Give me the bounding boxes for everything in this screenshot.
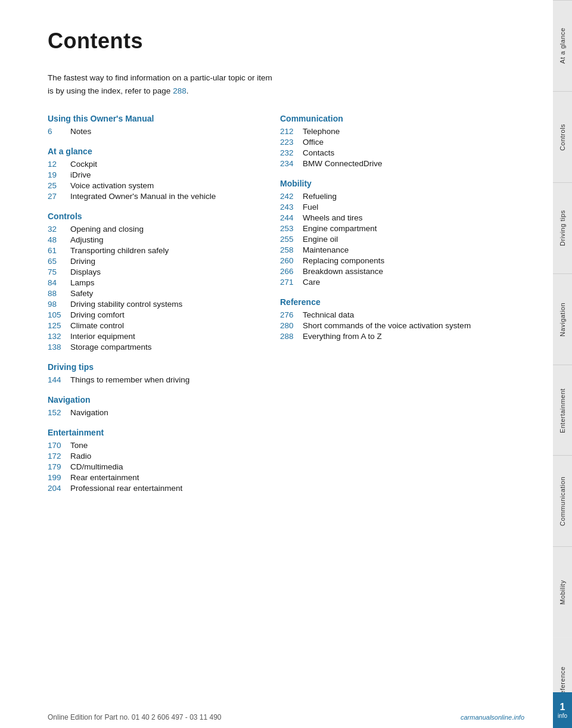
toc-page-num: 12	[48, 160, 70, 169]
toc-item[interactable]: 170Tone	[48, 441, 256, 450]
toc-item[interactable]: 19iDrive	[48, 170, 256, 179]
sidebar-tab[interactable]: Mobility	[553, 546, 572, 637]
toc-page-num: 32	[48, 225, 70, 234]
intro-link[interactable]: 288	[173, 86, 186, 95]
toc-item[interactable]: 253Engine compartment	[280, 224, 489, 233]
toc-item[interactable]: 152Navigation	[48, 408, 256, 417]
toc-item[interactable]: 212Telephone	[280, 127, 489, 136]
left-column: Using this Owner's Manual6NotesAt a glan…	[48, 114, 256, 494]
toc-item-label: Maintenance	[303, 245, 349, 254]
toc-item[interactable]: 288Everything from A to Z	[280, 332, 489, 341]
toc-item[interactable]: 65Driving	[48, 257, 256, 266]
section-heading: Reference	[280, 297, 489, 307]
footer: Online Edition for Part no. 01 40 2 606 …	[0, 707, 572, 728]
toc-page-num: 75	[48, 267, 70, 276]
toc-item[interactable]: 138Storage compartments	[48, 343, 256, 351]
toc-item[interactable]: 27Integrated Owner's Manual in the vehic…	[48, 192, 256, 201]
sidebar-tab[interactable]: Navigation	[553, 273, 572, 365]
toc-item[interactable]: 266Breakdown assistance	[280, 267, 489, 276]
toc-item[interactable]: 132Interior equipment	[48, 332, 256, 341]
toc-item-label: Navigation	[70, 408, 108, 417]
toc-item[interactable]: 242Refueling	[280, 192, 489, 201]
section-heading: Entertainment	[48, 428, 256, 437]
toc-page-num: 6	[48, 127, 70, 136]
toc-item[interactable]: 172Radio	[48, 452, 256, 461]
page-title: Contents	[48, 29, 489, 54]
toc-item[interactable]: 204Professional rear entertainment	[48, 484, 256, 493]
toc-item-label: Short commands of the voice activation s…	[303, 321, 471, 330]
toc-item[interactable]: 75Displays	[48, 267, 256, 276]
toc-item-label: Fuel	[303, 203, 318, 211]
section-heading: Navigation	[48, 395, 256, 405]
toc-item-label: Refueling	[303, 192, 337, 201]
toc-item[interactable]: 258Maintenance	[280, 245, 489, 254]
toc-page-num: 88	[48, 289, 70, 298]
toc-item[interactable]: 244Wheels and tires	[280, 213, 489, 222]
toc-page-num: 260	[280, 256, 303, 265]
toc-item-label: Lamps	[70, 278, 95, 287]
info-badge-num: 1	[560, 702, 565, 713]
toc-page-num: 212	[280, 127, 303, 136]
toc-item[interactable]: 32Opening and closing	[48, 225, 256, 234]
intro-paragraph: The fastest way to find information on a…	[48, 71, 274, 97]
intro-text-2: .	[186, 86, 189, 95]
toc-item[interactable]: 88Safety	[48, 289, 256, 298]
toc-item-label: Notes	[70, 127, 91, 136]
toc-item[interactable]: 6Notes	[48, 127, 256, 136]
toc-page-num: 258	[280, 245, 303, 254]
toc-page-num: 125	[48, 321, 70, 330]
sidebar-tab[interactable]: Communication	[553, 455, 572, 546]
toc-page-num: 170	[48, 441, 70, 450]
sidebar-tab[interactable]: Entertainment	[553, 365, 572, 456]
toc-item-label: Telephone	[303, 127, 340, 136]
toc-item[interactable]: 125Climate control	[48, 321, 256, 330]
toc-item-label: Engine oil	[303, 235, 338, 244]
toc-item[interactable]: 276Technical data	[280, 310, 489, 319]
toc-item[interactable]: 25Voice activation system	[48, 181, 256, 190]
toc-item[interactable]: 243Fuel	[280, 203, 489, 211]
toc-item-label: Everything from A to Z	[303, 332, 382, 341]
toc-page-num: 25	[48, 181, 70, 190]
sidebar-tab[interactable]: Driving tips	[553, 182, 572, 273]
toc-item[interactable]: 260Replacing components	[280, 256, 489, 265]
toc-page-num: 132	[48, 332, 70, 341]
toc-item[interactable]: 84Lamps	[48, 278, 256, 287]
toc-item[interactable]: 98Driving stability control systems	[48, 300, 256, 309]
toc-item-label: Professional rear entertainment	[70, 484, 182, 493]
toc-page-num: 105	[48, 310, 70, 319]
toc-item[interactable]: 199Rear entertainment	[48, 473, 256, 482]
toc-page-num: 253	[280, 224, 303, 233]
toc-item[interactable]: 61Transporting children safely	[48, 246, 256, 255]
sidebar-tab[interactable]: At a glance	[553, 0, 572, 91]
toc-item[interactable]: 48Adjusting	[48, 235, 256, 244]
toc-page-num: 280	[280, 321, 303, 330]
toc-page-num: 138	[48, 343, 70, 351]
sidebar-tabs: At a glanceControlsDriving tipsNavigatio…	[553, 0, 572, 728]
toc-item[interactable]: 271Care	[280, 278, 489, 287]
info-badge: 1 info	[553, 692, 572, 728]
watermark: carmanualsonline.info	[461, 714, 524, 721]
toc-item-label: Safety	[70, 289, 93, 298]
toc-item-label: Contacts	[303, 148, 334, 157]
toc-page-num: 204	[48, 484, 70, 493]
toc-item-label: Radio	[70, 452, 91, 461]
sidebar-tab[interactable]: Controls	[553, 91, 572, 182]
toc-item[interactable]: 12Cockpit	[48, 160, 256, 169]
toc-page-num: 234	[280, 159, 303, 168]
toc-item[interactable]: 280Short commands of the voice activatio…	[280, 321, 489, 330]
toc-item[interactable]: 255Engine oil	[280, 235, 489, 244]
toc-item[interactable]: 179CD/multimedia	[48, 462, 256, 471]
toc-page-num: 144	[48, 375, 70, 384]
toc-page-num: 172	[48, 452, 70, 461]
toc-columns: Using this Owner's Manual6NotesAt a glan…	[48, 114, 489, 494]
toc-page-num: 48	[48, 235, 70, 244]
toc-item[interactable]: 234BMW ConnectedDrive	[280, 159, 489, 168]
toc-item[interactable]: 144Things to remember when driving	[48, 375, 256, 384]
toc-item[interactable]: 232Contacts	[280, 148, 489, 157]
toc-item[interactable]: 223Office	[280, 138, 489, 147]
toc-page-num: 152	[48, 408, 70, 417]
toc-item[interactable]: 105Driving comfort	[48, 310, 256, 319]
toc-item-label: BMW ConnectedDrive	[303, 159, 383, 168]
toc-page-num: 244	[280, 213, 303, 222]
toc-page-num: 255	[280, 235, 303, 244]
